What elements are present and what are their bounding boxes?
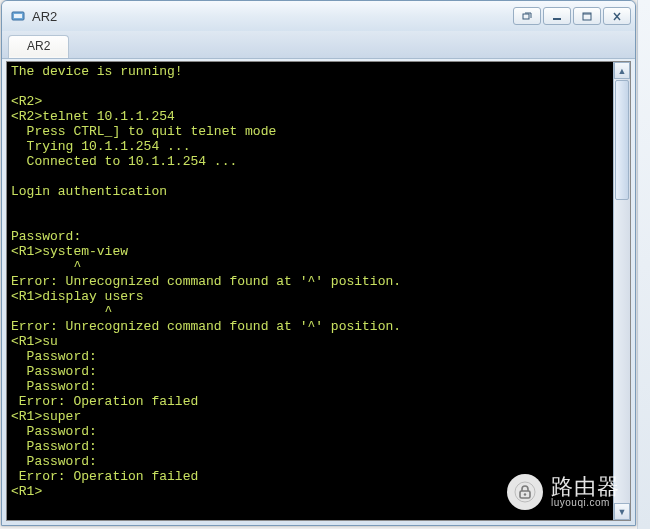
- window-title: AR2: [32, 9, 511, 24]
- terminal-output[interactable]: The device is running! <R2> <R2>telnet 1…: [7, 62, 613, 520]
- minimize-button[interactable]: [543, 7, 571, 25]
- application-window: AR2 AR2 The device is running! <R2> <R2>…: [1, 0, 636, 526]
- tab-bar: AR2: [2, 31, 635, 59]
- close-button[interactable]: [603, 7, 631, 25]
- outer-scroll-strip: [637, 0, 650, 529]
- tab-ar2[interactable]: AR2: [8, 35, 69, 58]
- terminal-container: The device is running! <R2> <R2>telnet 1…: [6, 61, 631, 521]
- scroll-thumb[interactable]: [615, 80, 629, 200]
- scroll-up-arrow-icon[interactable]: ▲: [614, 62, 630, 79]
- restore-alt-button[interactable]: [513, 7, 541, 25]
- titlebar[interactable]: AR2: [2, 1, 635, 31]
- tab-label: AR2: [27, 39, 50, 53]
- svg-rect-2: [523, 14, 529, 19]
- vertical-scrollbar[interactable]: ▲ ▼: [613, 62, 630, 520]
- scroll-down-arrow-icon[interactable]: ▼: [614, 503, 630, 520]
- window-controls: [511, 7, 631, 25]
- maximize-button[interactable]: [573, 7, 601, 25]
- svg-rect-1: [14, 14, 22, 18]
- app-icon: [10, 8, 26, 24]
